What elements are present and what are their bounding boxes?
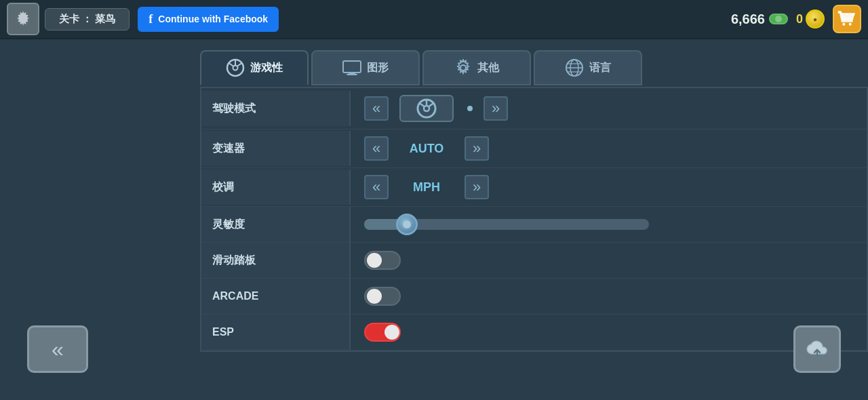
level-badge: 关卡 ： 菜鸟 — [45, 8, 130, 31]
facebook-btn-label: Continue with Facebook — [158, 14, 268, 24]
tab-gameplay-label: 游戏性 — [250, 61, 283, 75]
setting-row-sliding-pedal: 滑动踏板 — [201, 243, 867, 279]
esp-toggle-knob — [384, 325, 399, 340]
esp-control — [351, 316, 867, 348]
sensitivity-control — [351, 209, 867, 239]
settings-panel: 驾驶模式 « » 变速器 « — [200, 87, 868, 352]
monitor-icon — [342, 60, 361, 75]
svg-rect-11 — [344, 62, 359, 71]
svg-rect-10 — [347, 74, 357, 75]
setting-row-transmission: 变速器 « AUTO » — [201, 129, 867, 168]
esp-label: ESP — [201, 315, 351, 350]
svg-rect-9 — [349, 73, 355, 74]
setting-row-esp: ESP — [201, 315, 867, 351]
tab-other[interactable]: 其他 — [422, 50, 531, 85]
sensitivity-slider-thumb-inner — [403, 220, 411, 228]
transmission-next-button[interactable]: » — [465, 136, 489, 161]
gold-coins-display: 0 ● — [796, 9, 825, 28]
facebook-logo-icon: f — [149, 12, 153, 26]
cloud-upload-icon — [805, 339, 829, 359]
coin-icon — [769, 14, 788, 24]
gold-coin-icon: ● — [806, 9, 825, 28]
gear-icon — [454, 59, 472, 77]
svg-point-1 — [842, 23, 845, 26]
drive-mode-label: 驾驶模式 — [201, 91, 351, 126]
settings-tabs: 游戏性 图形 其他 — [200, 50, 868, 85]
tab-gameplay[interactable]: 游戏性 — [200, 50, 309, 85]
setting-row-arcade: ARCADE — [201, 279, 867, 315]
top-bar: 关卡 ： 菜鸟 f Continue with Facebook 6,666 0… — [0, 0, 868, 39]
transmission-control: « AUTO » — [351, 129, 867, 167]
back-navigation-button[interactable]: « — [27, 325, 88, 373]
arcade-control — [351, 280, 867, 313]
calibration-label: 校调 — [201, 169, 351, 205]
sensitivity-slider-thumb[interactable] — [396, 214, 418, 235]
calibration-next-button[interactable]: » — [465, 175, 489, 199]
sliding-pedal-control — [351, 244, 867, 277]
sensitivity-label: 灵敏度 — [201, 207, 351, 242]
arcade-toggle-knob — [367, 289, 382, 304]
svg-line-21 — [429, 103, 434, 106]
drive-mode-indicator-dot — [467, 106, 473, 111]
transmission-label: 变速器 — [201, 131, 351, 166]
drive-mode-next-button[interactable]: » — [484, 96, 508, 121]
tab-language-label: 语言 — [589, 61, 611, 75]
setting-row-calibration: 校调 « MPH » — [201, 168, 867, 207]
back-arrow-icon: « — [52, 337, 64, 362]
arcade-toggle[interactable] — [364, 287, 401, 306]
main-content: 游戏性 图形 其他 — [0, 39, 868, 352]
arcade-label: ARCADE — [201, 279, 351, 314]
top-bar-right: 6,666 0 ● — [731, 5, 861, 33]
setting-row-drive-mode: 驾驶模式 « » — [201, 88, 867, 129]
drive-mode-prev-button[interactable]: « — [364, 96, 389, 121]
drive-mode-value-box — [399, 95, 454, 122]
settings-icon-btn[interactable] — [7, 3, 39, 35]
steering-wheel-icon — [226, 58, 245, 77]
tab-graphics[interactable]: 图形 — [311, 50, 420, 85]
setting-row-sensitivity: 灵敏度 — [201, 207, 867, 243]
cloud-save-button[interactable] — [793, 325, 841, 373]
calibration-control: « MPH » — [351, 168, 867, 206]
sliding-pedal-label: 滑动踏板 — [201, 243, 351, 278]
transmission-value: AUTO — [399, 142, 454, 156]
sensitivity-slider-track — [364, 219, 649, 230]
svg-line-6 — [237, 63, 241, 66]
drive-mode-steering-icon — [416, 98, 437, 119]
svg-point-2 — [849, 23, 852, 26]
drive-mode-control: « » — [351, 88, 867, 129]
sensitivity-slider-container[interactable] — [364, 216, 853, 233]
transmission-prev-button[interactable]: « — [364, 136, 389, 161]
svg-point-4 — [233, 66, 238, 71]
svg-line-22 — [420, 103, 425, 106]
svg-point-19 — [424, 106, 429, 111]
sliding-pedal-toggle[interactable] — [364, 251, 401, 270]
shop-basket-button[interactable] — [833, 5, 861, 33]
gold-value: 0 — [796, 12, 803, 26]
currency-value: 6,666 — [731, 12, 765, 27]
globe-icon — [565, 58, 584, 77]
tab-other-label: 其他 — [477, 61, 499, 75]
esp-toggle[interactable] — [364, 323, 401, 342]
calibration-value: MPH — [399, 180, 454, 195]
svg-line-7 — [229, 63, 233, 66]
calibration-prev-button[interactable]: « — [364, 175, 389, 199]
currency-display: 6,666 — [731, 12, 788, 27]
tab-graphics-label: 图形 — [367, 61, 389, 75]
facebook-login-button[interactable]: f Continue with Facebook — [138, 7, 279, 32]
tab-language[interactable]: 语言 — [534, 50, 642, 85]
sliding-pedal-toggle-knob — [367, 253, 382, 268]
